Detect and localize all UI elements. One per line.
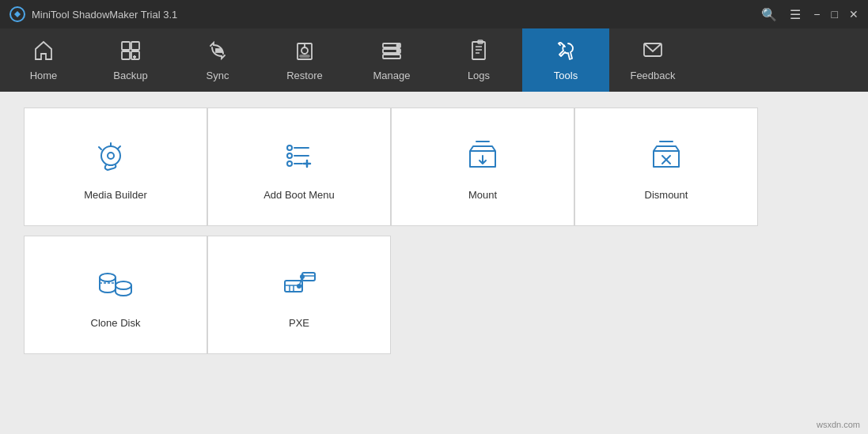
- search-icon[interactable]: 🔍: [761, 7, 777, 22]
- nav-restore[interactable]: Restore: [261, 28, 348, 92]
- nav-restore-label: Restore: [286, 70, 323, 81]
- add-boot-menu-icon: [279, 134, 320, 178]
- nav-logs[interactable]: Logs: [435, 28, 522, 92]
- dismount-card[interactable]: Dismount: [574, 108, 758, 226]
- svg-rect-1: [122, 42, 130, 50]
- clone-disk-icon: [95, 262, 136, 306]
- dismount-icon: [646, 134, 687, 178]
- svg-point-13: [397, 44, 400, 47]
- svg-point-27: [287, 161, 292, 166]
- svg-point-33: [100, 274, 116, 281]
- maximize-button[interactable]: □: [832, 9, 838, 20]
- pxe-icon: [279, 262, 320, 306]
- add-boot-menu-label: Add Boot Menu: [263, 189, 335, 201]
- svg-rect-4: [131, 51, 139, 59]
- svg-point-35: [116, 281, 131, 289]
- svg-point-25: [287, 153, 292, 158]
- tools-row-2: Clone Disk PXE: [24, 236, 844, 354]
- clone-disk-card[interactable]: Clone Disk: [24, 236, 207, 354]
- svg-point-40: [298, 285, 301, 288]
- watermark: wsxdn.com: [817, 420, 860, 429]
- sync-icon: [207, 40, 229, 65]
- pxe-card[interactable]: PXE: [207, 236, 391, 354]
- minimize-button[interactable]: −: [813, 9, 820, 20]
- nav-tools-label: Tools: [554, 70, 578, 81]
- title-bar: MiniTool ShadowMaker Trial 3.1 🔍 ☰ − □ ✕: [0, 0, 868, 28]
- nav-manage[interactable]: Manage: [348, 28, 435, 92]
- tools-icon: [555, 40, 577, 65]
- mount-card[interactable]: Mount: [391, 108, 574, 226]
- add-boot-menu-card[interactable]: Add Boot Menu: [207, 108, 391, 226]
- app-logo: [9, 6, 25, 22]
- main-content: Media Builder Add Boot Menu: [0, 92, 868, 434]
- nav-home[interactable]: Home: [0, 28, 87, 92]
- dismount-label: Dismount: [645, 189, 688, 201]
- backup-icon: [119, 40, 142, 65]
- nav-sync-label: Sync: [207, 70, 229, 81]
- logs-icon: [468, 40, 490, 65]
- menu-icon[interactable]: ☰: [790, 7, 801, 22]
- nav-logs-label: Logs: [468, 70, 490, 81]
- nav-bar: Home Backup Sync: [0, 28, 868, 92]
- nav-manage-label: Manage: [373, 70, 411, 81]
- close-button[interactable]: ✕: [849, 9, 859, 20]
- mount-icon: [462, 134, 503, 178]
- svg-point-22: [108, 153, 114, 159]
- svg-rect-2: [131, 42, 139, 50]
- nav-feedback[interactable]: Feedback: [609, 28, 696, 92]
- pxe-label: PXE: [289, 317, 309, 329]
- mount-label: Mount: [468, 189, 497, 201]
- media-builder-icon: [95, 134, 136, 178]
- svg-point-41: [301, 275, 304, 278]
- svg-rect-3: [122, 51, 130, 59]
- manage-icon: [381, 40, 403, 65]
- clone-disk-label: Clone Disk: [91, 317, 141, 329]
- svg-rect-9: [300, 55, 309, 57]
- nav-home-label: Home: [30, 70, 58, 81]
- svg-rect-12: [383, 55, 400, 58]
- app-title: MiniTool ShadowMaker Trial 3.1: [32, 9, 761, 21]
- svg-rect-6: [216, 49, 221, 50]
- media-builder-card[interactable]: Media Builder: [24, 108, 207, 226]
- svg-rect-5: [216, 51, 222, 52]
- svg-point-23: [287, 145, 292, 150]
- nav-backup-label: Backup: [113, 70, 147, 81]
- media-builder-label: Media Builder: [84, 189, 147, 201]
- svg-rect-15: [472, 42, 485, 59]
- restore-icon: [294, 40, 316, 65]
- nav-tools[interactable]: Tools: [522, 28, 609, 92]
- nav-backup[interactable]: Backup: [87, 28, 174, 92]
- tools-row-1: Media Builder Add Boot Menu: [24, 108, 844, 226]
- nav-feedback-label: Feedback: [630, 70, 675, 81]
- feedback-icon: [642, 40, 664, 65]
- nav-sync[interactable]: Sync: [174, 28, 261, 92]
- home-icon: [32, 40, 55, 65]
- svg-point-14: [397, 50, 400, 52]
- svg-point-8: [301, 47, 308, 54]
